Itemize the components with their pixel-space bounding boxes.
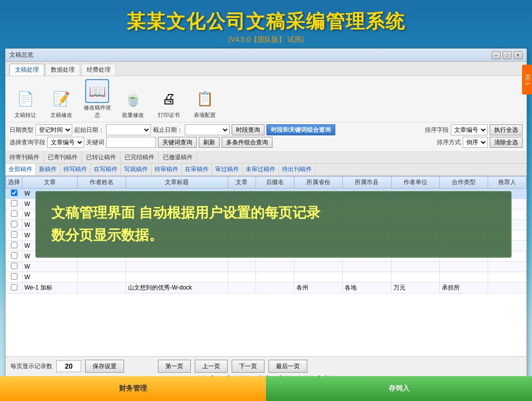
tab-withdrawn[interactable]: 已撤退稿件	[159, 152, 197, 163]
tab-writing[interactable]: 在写稿件	[91, 164, 121, 175]
finance-mgmt-btn[interactable]: 财务管理	[0, 376, 266, 401]
table-row[interactable]: W	[6, 262, 527, 272]
search-row-2: 选择查询字段 文章编号 关键词 关键词查询 刷新 多条件组合查询 排序方式 倒序…	[9, 137, 523, 148]
print-cert-icon: 🖨	[157, 87, 181, 110]
col-article2: 文章	[228, 177, 256, 189]
refresh-btn[interactable]: 刷新	[199, 137, 220, 148]
toolbar-batch-modify[interactable]: 🍵 批量修改	[118, 87, 148, 119]
modify-status-label: 修改稿件状态	[82, 104, 112, 119]
table-row[interactable]: W	[6, 272, 527, 283]
save-btn[interactable]: 存饲入	[266, 376, 532, 401]
tab-transferred[interactable]: 已转让稿件	[82, 152, 121, 163]
row-checkbox[interactable]	[11, 252, 17, 259]
table-row[interactable]: We-1 加标山文想到的优秀-W-dock各州各地万元承担所	[6, 283, 527, 294]
execute-all-btn[interactable]: 执行全选	[490, 124, 523, 135]
records-input[interactable]	[56, 360, 81, 372]
sort-order-select[interactable]: 倒序	[463, 137, 488, 148]
first-page-btn[interactable]: 第一页	[158, 360, 191, 373]
row-checkbox[interactable]	[11, 273, 17, 280]
keyword-query-btn[interactable]: 关键词查询	[158, 137, 197, 148]
row-checkbox[interactable]	[11, 263, 17, 269]
save-settings-btn[interactable]: 保存设置	[85, 360, 124, 373]
tab-written[interactable]: 写就稿件	[121, 164, 151, 175]
app-title-area: 某某文化公司文稿采编管理系统 (V4.5.0【团队版】 试用)	[0, 0, 532, 46]
status-tabs-container: 待寄刊稿件 已寄刊稿件 已转让稿件 已完结稿件 已撤退稿件 全部稿件 新稿件 待…	[5, 152, 527, 176]
batch-modify-icon: 🍵	[121, 87, 145, 110]
toolbar-modify-status[interactable]: 📖 修改稿件状态	[82, 79, 112, 119]
next-page-btn[interactable]: 下一页	[232, 360, 265, 373]
modify-label: 文稿修改	[50, 111, 72, 119]
sort-field-select[interactable]: 文章编号	[451, 124, 488, 135]
table-config-icon: 📋	[193, 87, 217, 110]
sort-order-label: 排序方式	[437, 138, 461, 147]
row-checkbox[interactable]	[11, 200, 17, 206]
search-area: 日期类型 登记时间 起始日期： 截止日期： 时段查询 时段和关键词组合查询 排序…	[5, 122, 527, 152]
tab-pending-write[interactable]: 待写稿件	[60, 164, 91, 175]
last-page-btn[interactable]: 最后一页	[268, 360, 307, 373]
app-title-main: 某某文化公司文稿采编管理系统	[0, 9, 532, 34]
query-field-select[interactable]: 文章编号	[47, 137, 84, 148]
toolbar-table-config[interactable]: 📋 表项配置	[190, 87, 220, 119]
modify-status-icon: 📖	[85, 79, 109, 103]
end-date-select[interactable]	[185, 124, 230, 135]
tab-new[interactable]: 新稿件	[36, 164, 60, 175]
table-config-label: 表项配置	[194, 111, 216, 119]
query-field-label: 选择查询字段	[9, 138, 45, 147]
minimize-button[interactable]: ─	[492, 51, 501, 59]
footer-row1: 每页显示记录数 保存设置 第一页 上一页 下一页 最后一页	[10, 360, 522, 373]
col-referrer: 推荐人	[488, 177, 527, 189]
tab-data-processing[interactable]: 数据处理	[45, 64, 80, 76]
col-province: 所属省份	[294, 177, 342, 189]
transfer-icon: 📄	[13, 87, 37, 110]
row-checkbox[interactable]	[11, 221, 17, 227]
tab-all[interactable]: 全部稿件	[5, 164, 36, 175]
tab-pending-publish[interactable]: 待出刊稿件	[279, 164, 315, 175]
tab-pending-mail[interactable]: 待寄刊稿件	[5, 152, 44, 163]
keyword-input[interactable]	[106, 137, 156, 148]
window-title: 文稿总览	[9, 51, 33, 59]
overlay-line1: 文稿管理界面 自动根据用户设置的每页记录	[51, 202, 496, 224]
date-type-label: 日期类型	[9, 126, 33, 134]
tab-reviewing[interactable]: 在审稿件	[182, 164, 212, 175]
overlay-line2: 数分页显示数据。	[51, 224, 496, 247]
clear-all-btn[interactable]: 清除全选	[490, 137, 523, 148]
col-coop-type: 合作类型	[439, 177, 488, 189]
bottom-bar: 财务管理 存饲入	[0, 376, 532, 401]
toolbar-modify[interactable]: 📝 文稿修改	[46, 87, 76, 119]
col-author: 作者姓名	[77, 177, 126, 189]
toolbar-transfer[interactable]: 📄 文稿转让	[10, 87, 40, 119]
prev-page-btn[interactable]: 上一页	[195, 360, 228, 373]
col-article: 文章	[22, 177, 78, 189]
sort-order-area: 排序方式 倒序 清除全选	[437, 137, 523, 148]
tab-pending-review[interactable]: 待审稿件	[151, 164, 182, 175]
start-date-select[interactable]	[106, 124, 151, 135]
row-checkbox[interactable]	[11, 190, 17, 196]
maximize-button[interactable]: □	[503, 51, 512, 59]
combined-query-btn[interactable]: 时段和关键词组合查询	[266, 124, 335, 135]
row-checkbox[interactable]	[11, 210, 17, 217]
start-date-label: 起始日期：	[74, 126, 104, 134]
row-checkbox[interactable]	[11, 242, 17, 248]
window-controls: ─ □ ✕	[492, 51, 523, 59]
right-edge-btn[interactable]: RE 5	[522, 65, 532, 95]
tab-completed[interactable]: 已完结稿件	[121, 152, 159, 163]
col-city: 所属市县	[343, 177, 391, 189]
close-button[interactable]: ✕	[514, 51, 523, 59]
toolbar-print-cert[interactable]: 🖨 打印证书	[154, 87, 184, 119]
row-checkbox[interactable]	[11, 231, 17, 238]
print-cert-label: 打印证书	[158, 111, 180, 119]
sort-field-label: 排序字段	[425, 126, 449, 134]
sort-area: 排序字段 文章编号 执行全选	[425, 124, 523, 135]
col-select: 选择	[6, 177, 22, 189]
tab-not-reviewed[interactable]: 未审过稿件	[243, 164, 279, 175]
main-window: 文稿总览 ─ □ ✕ 文稿处理 数据处理 经费处理 📄 文稿转让 📝 文稿修改 …	[5, 48, 527, 387]
row-checkbox[interactable]	[11, 284, 17, 291]
multi-query-btn[interactable]: 多条件组合查询	[222, 137, 272, 148]
time-range-btn[interactable]: 时段查询	[232, 124, 265, 135]
tab-document-processing[interactable]: 文稿处理	[9, 64, 44, 76]
tab-mailed[interactable]: 已寄刊稿件	[44, 152, 82, 163]
tab-reviewed[interactable]: 审过稿件	[212, 164, 243, 175]
tab-expense-processing[interactable]: 经费处理	[81, 64, 116, 76]
overlay-tooltip: 文稿管理界面 自动根据用户设置的每页记录 数分页显示数据。	[35, 191, 512, 258]
date-type-select[interactable]: 登记时间	[35, 124, 72, 135]
